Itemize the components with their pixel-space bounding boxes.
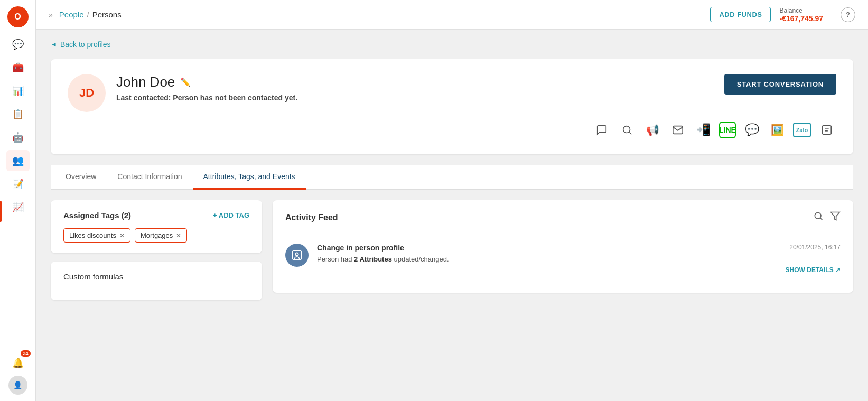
custom-formulas-header: Custom formulas	[63, 272, 249, 281]
activity-timestamp: 20/01/2025, 16:17	[789, 244, 841, 251]
tab-overview[interactable]: Overview	[55, 165, 107, 190]
channel-sms-icon[interactable]	[817, 120, 836, 139]
last-contacted-label: Last contacted:	[116, 94, 171, 102]
svg-point-5	[815, 212, 821, 219]
svg-marker-7	[831, 212, 840, 220]
channel-icons: 📢 📲 LINE 💬 🖼️ Zalo	[68, 120, 836, 139]
profile-name: John Doe	[116, 74, 175, 90]
tag-likes-discounts: Likes discounts ✕	[63, 228, 130, 243]
balance-value: -€167,745.97	[779, 14, 823, 23]
tabs: Overview Contact Information Attributes,…	[51, 165, 853, 190]
svg-line-6	[820, 218, 823, 220]
activity-desc-prefix: Person had	[317, 255, 354, 263]
profile-header: JD John Doe ✏️ Last contacted: Person ha…	[68, 74, 836, 112]
activity-feed-header: Activity Feed	[285, 211, 841, 224]
assigned-tags-title: Assigned Tags (2)	[63, 211, 131, 220]
tag-mortgages: Mortgages ✕	[135, 228, 187, 243]
tag-label: Mortgages	[141, 231, 173, 239]
channel-email-icon[interactable]	[668, 120, 687, 139]
activity-avatar	[285, 244, 309, 267]
assigned-tags-header: Assigned Tags (2) + ADD TAG	[63, 211, 249, 220]
active-indicator	[0, 201, 2, 222]
activity-item: Change in person profile 20/01/2025, 16:…	[285, 235, 841, 282]
sidebar-item-lists[interactable]: 📝	[6, 173, 30, 194]
activity-content: Change in person profile 20/01/2025, 16:…	[317, 244, 841, 274]
sidebar-item-analytics[interactable]: 📈	[6, 197, 30, 218]
svg-rect-8	[293, 251, 302, 260]
activity-desc-suffix: updated/changed.	[392, 255, 449, 263]
help-button[interactable]: ?	[841, 7, 855, 22]
tag-remove-icon[interactable]: ✕	[176, 232, 181, 239]
breadcrumb-people[interactable]: People	[59, 10, 84, 19]
show-details-button[interactable]: SHOW DETAILS ↗	[317, 266, 841, 274]
sidebar-item-tools[interactable]: 🧰	[6, 57, 30, 78]
activity-desc-bold: 2 Attributes	[354, 255, 392, 263]
activity-event-title: Change in person profile	[317, 244, 404, 252]
activity-search-icon[interactable]	[813, 211, 824, 224]
activity-actions	[813, 211, 841, 224]
topbar-right: ADD FUNDS Balance -€167,745.97 ?	[710, 6, 855, 23]
logo[interactable]: O	[7, 6, 29, 27]
assigned-tags-card: Assigned Tags (2) + ADD TAG Likes discou…	[51, 200, 262, 253]
back-to-profiles-link[interactable]: ◄ Back to profiles	[51, 40, 853, 49]
expand-icon[interactable]: »	[49, 11, 53, 19]
activity-content-header: Change in person profile 20/01/2025, 16:…	[317, 244, 841, 252]
svg-line-1	[629, 132, 631, 134]
back-link-text: Back to profiles	[60, 40, 111, 49]
profile-info: John Doe ✏️ Last contacted: Person has n…	[116, 74, 724, 102]
breadcrumb-persons: Persons	[92, 10, 122, 19]
tags-container: Likes discounts ✕ Mortgages ✕	[63, 228, 249, 243]
svg-rect-2	[823, 126, 832, 135]
activity-description: Person had 2 Attributes updated/changed.	[317, 255, 841, 263]
sidebar-item-campaigns[interactable]: 📋	[6, 104, 30, 125]
sidebar-item-notifications[interactable]: 🔔 34	[6, 352, 30, 374]
tag-label: Likes discounts	[69, 231, 116, 239]
channel-zalo-icon[interactable]: Zalo	[793, 123, 811, 137]
avatar: JD	[68, 74, 106, 112]
tab-content: Assigned Tags (2) + ADD TAG Likes discou…	[51, 200, 853, 300]
svg-point-9	[295, 253, 298, 256]
channel-voice-icon[interactable]: 📢	[643, 120, 662, 139]
balance-label: Balance	[779, 7, 823, 14]
back-arrow-icon: ◄	[51, 41, 57, 48]
activity-filter-icon[interactable]	[830, 211, 841, 224]
channel-viber-icon[interactable]: 📲	[694, 120, 713, 139]
start-conversation-button[interactable]: START CONVERSATION	[724, 74, 836, 95]
balance-info: Balance -€167,745.97	[779, 7, 823, 23]
breadcrumb: People / Persons	[59, 10, 122, 19]
channel-search-icon[interactable]	[618, 120, 637, 139]
tab-attributes[interactable]: Attributes, Tags, and Events	[193, 165, 306, 190]
activity-feed-card: Activity Feed	[273, 200, 853, 293]
sidebar-item-people[interactable]: 👥	[6, 150, 30, 171]
right-panel: Activity Feed	[273, 200, 853, 300]
channel-chat-icon[interactable]	[592, 120, 611, 139]
custom-formulas-title: Custom formulas	[63, 272, 123, 281]
channel-instagram-icon[interactable]: 🖼️	[768, 120, 787, 139]
main-area: » People / Persons ADD FUNDS Balance -€1…	[36, 0, 868, 401]
sidebar-item-reports[interactable]: 📊	[6, 80, 30, 101]
add-tag-button[interactable]: + ADD TAG	[213, 211, 249, 219]
tab-contact-info[interactable]: Contact Information	[107, 165, 192, 190]
sidebar-item-user-avatar[interactable]: 👤	[8, 376, 27, 395]
left-panel: Assigned Tags (2) + ADD TAG Likes discou…	[51, 200, 262, 300]
sidebar: O 💬 🧰 📊 📋 🤖 👥 📝 📈 🔔 34 👤	[0, 0, 36, 401]
last-contacted: Last contacted: Person has not been cont…	[116, 94, 724, 102]
last-contacted-value: Person has not been contacted yet.	[173, 94, 297, 102]
add-funds-button[interactable]: ADD FUNDS	[710, 7, 771, 22]
channel-whatsapp-icon[interactable]: 💬	[742, 120, 761, 139]
profile-card: JD John Doe ✏️ Last contacted: Person ha…	[51, 59, 853, 154]
topbar: » People / Persons ADD FUNDS Balance -€1…	[36, 0, 868, 30]
profile-name-row: John Doe ✏️	[116, 74, 724, 90]
content-area: ◄ Back to profiles JD John Doe ✏️ Last c…	[36, 30, 868, 401]
channel-line-icon[interactable]: LINE	[719, 122, 736, 138]
edit-icon[interactable]: ✏️	[180, 77, 191, 87]
tag-remove-icon[interactable]: ✕	[119, 232, 125, 239]
activity-feed-title: Activity Feed	[285, 213, 813, 222]
topbar-divider	[832, 6, 832, 23]
notification-badge: 34	[21, 350, 30, 357]
sidebar-item-bot[interactable]: 🤖	[6, 127, 30, 148]
sidebar-item-conversations[interactable]: 💬	[6, 34, 30, 55]
svg-point-0	[623, 126, 630, 133]
custom-formulas-card: Custom formulas	[51, 262, 262, 300]
breadcrumb-separator: /	[87, 10, 89, 19]
